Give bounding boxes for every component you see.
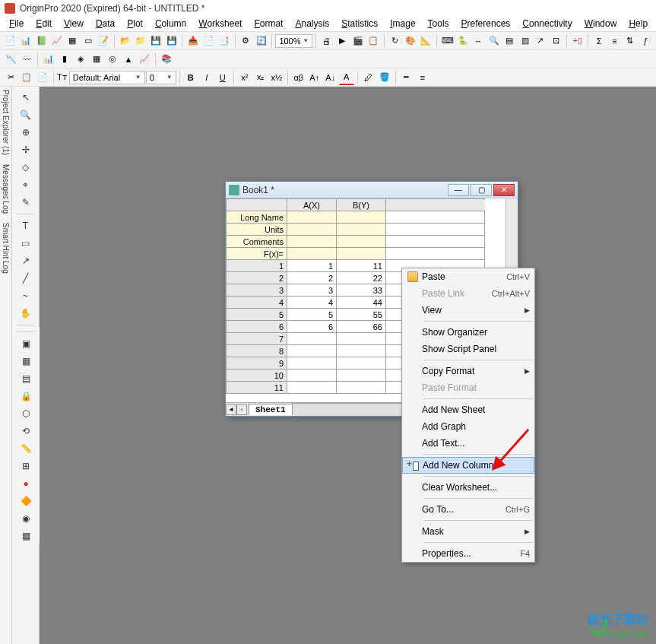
- tab-prev-icon[interactable]: ‹: [236, 404, 247, 415]
- menu-worksheet[interactable]: Worksheet: [192, 17, 248, 31]
- menu-window[interactable]: Window: [578, 17, 623, 31]
- new-project-icon[interactable]: 📄: [3, 33, 17, 49]
- object-edit-icon[interactable]: ▦: [18, 528, 33, 544]
- new-notes-icon[interactable]: 📝: [96, 33, 110, 49]
- menu-format[interactable]: Format: [248, 17, 289, 31]
- line-color-icon[interactable]: 🖊: [361, 70, 376, 85]
- cell[interactable]: [337, 357, 386, 370]
- new-graph-icon[interactable]: 📈: [49, 33, 64, 49]
- batch-icon[interactable]: ⚙: [239, 33, 253, 49]
- plot-stock-icon[interactable]: 📈: [137, 52, 152, 67]
- stats-icon[interactable]: Σ: [591, 33, 606, 49]
- data-cursor-icon[interactable]: ⌖: [18, 177, 33, 192]
- print-icon[interactable]: 🖨: [319, 33, 334, 49]
- cm-paste-format[interactable]: Paste Format: [402, 379, 534, 396]
- smart-hint-log-tab[interactable]: Smart Hint Log: [2, 223, 10, 274]
- layer-icon[interactable]: ▤: [502, 33, 516, 49]
- data-reader-icon[interactable]: ✢: [18, 142, 33, 157]
- open-template-icon[interactable]: 📁: [133, 33, 147, 49]
- add-column-icon[interactable]: +▯: [570, 33, 585, 49]
- line-weight-icon[interactable]: ≡: [415, 70, 430, 85]
- import-single-icon[interactable]: 📄: [201, 33, 216, 49]
- messages-log-tab[interactable]: Messages Log: [2, 164, 10, 214]
- bubble-scale-icon[interactable]: ◉: [18, 511, 33, 526]
- bold-icon[interactable]: B: [183, 70, 198, 85]
- color-map-icon[interactable]: 🔶: [18, 493, 33, 509]
- menu-plot[interactable]: Plot: [121, 17, 149, 31]
- digitizer-icon[interactable]: 📐: [418, 33, 433, 49]
- row-hdr[interactable]: 7: [227, 333, 287, 345]
- annotation-icon[interactable]: ▭: [18, 236, 33, 251]
- cell[interactable]: [337, 345, 386, 357]
- menu-analysis[interactable]: Analysis: [289, 17, 335, 31]
- find-icon[interactable]: 🔍: [486, 33, 501, 49]
- hand-tool-icon[interactable]: ✋: [18, 306, 33, 321]
- new-color-icon[interactable]: 🎨: [403, 33, 417, 49]
- pointer-icon[interactable]: ↖: [18, 90, 33, 105]
- refresh-icon[interactable]: ↻: [388, 33, 402, 49]
- maximize-button[interactable]: ▢: [471, 184, 492, 196]
- minimize-button[interactable]: —: [448, 184, 469, 196]
- font-combo[interactable]: Default: Arial▼: [69, 71, 145, 84]
- screen-reader-icon[interactable]: ⊕: [18, 125, 33, 140]
- code-builder-icon[interactable]: ⌨: [440, 33, 455, 49]
- plot-contour-icon[interactable]: ◎: [105, 52, 120, 67]
- corner-cell[interactable]: [227, 199, 287, 211]
- cell[interactable]: [337, 370, 386, 382]
- menu-help[interactable]: Help: [623, 17, 654, 31]
- menu-view[interactable]: View: [58, 17, 90, 31]
- supersub-icon[interactable]: x½: [269, 70, 284, 85]
- row-hdr[interactable]: 3: [227, 284, 287, 297]
- row-stats-icon[interactable]: ≡: [607, 33, 622, 49]
- workbook-titlebar[interactable]: Book1 * — ▢ ✕: [226, 182, 518, 198]
- close-button[interactable]: ✕: [493, 184, 515, 196]
- sheet-tab[interactable]: Sheet1: [249, 404, 293, 415]
- plot-bar-icon[interactable]: 📊: [41, 52, 56, 67]
- row-hdr[interactable]: 6: [227, 321, 287, 333]
- mask-range-icon[interactable]: ▤: [18, 371, 33, 386]
- row-hdr[interactable]: 5: [227, 309, 287, 321]
- new-matrix-icon[interactable]: ▦: [65, 33, 80, 49]
- scale2-icon[interactable]: ⟲: [18, 424, 33, 439]
- video-icon[interactable]: 🎬: [350, 33, 365, 49]
- cell[interactable]: 1: [287, 260, 337, 272]
- fit-page-icon[interactable]: ⊡: [549, 33, 563, 49]
- merge-icon[interactable]: ⊞: [18, 458, 33, 474]
- export-icon[interactable]: ↗: [533, 33, 547, 49]
- plot-line-icon[interactable]: 📉: [3, 52, 18, 67]
- zoom-combo[interactable]: 100%▼: [275, 34, 312, 48]
- cell[interactable]: 6: [287, 321, 337, 333]
- duplicate-icon[interactable]: 📋: [366, 33, 380, 49]
- fill-color-icon[interactable]: 🪣: [377, 70, 392, 85]
- cell[interactable]: [337, 333, 386, 345]
- row-fx[interactable]: F(x)=: [227, 248, 287, 260]
- import-wizard-icon[interactable]: 📥: [185, 33, 200, 49]
- col-header-empty[interactable]: [386, 199, 485, 211]
- row-hdr[interactable]: 2: [227, 272, 287, 284]
- cell[interactable]: [287, 370, 337, 382]
- curve-tool-icon[interactable]: ~: [18, 288, 33, 303]
- cm-add-graph[interactable]: Add Graph: [402, 418, 534, 435]
- font-size-combo[interactable]: 0▼: [146, 71, 176, 84]
- cm-add-sheet[interactable]: Add New Sheet: [402, 401, 534, 418]
- cell[interactable]: 55: [337, 309, 386, 321]
- cm-goto[interactable]: Go To... Ctrl+G: [402, 501, 534, 518]
- menu-statistics[interactable]: Statistics: [335, 17, 384, 31]
- cm-show-script[interactable]: Show Script Panel: [402, 341, 534, 357]
- cell[interactable]: 4: [287, 297, 337, 309]
- underline-icon[interactable]: U: [215, 70, 230, 85]
- import-multiple-icon[interactable]: 📑: [217, 33, 231, 49]
- menu-edit[interactable]: Edit: [30, 17, 58, 31]
- cell[interactable]: 66: [337, 321, 386, 333]
- row-hdr[interactable]: 10: [227, 370, 287, 382]
- menu-preferences[interactable]: Preferences: [455, 17, 517, 31]
- data-selector-icon[interactable]: ◇: [18, 160, 33, 175]
- row-hdr[interactable]: 8: [227, 345, 287, 357]
- mask-region-icon[interactable]: ▦: [18, 354, 33, 369]
- cut-icon[interactable]: ✂: [3, 70, 18, 85]
- cell[interactable]: 33: [337, 284, 386, 297]
- cell[interactable]: 2: [287, 272, 337, 284]
- cm-add-text[interactable]: Add Text...: [402, 435, 534, 452]
- new-excel-icon[interactable]: 📗: [34, 33, 49, 49]
- menu-data[interactable]: Data: [90, 17, 121, 31]
